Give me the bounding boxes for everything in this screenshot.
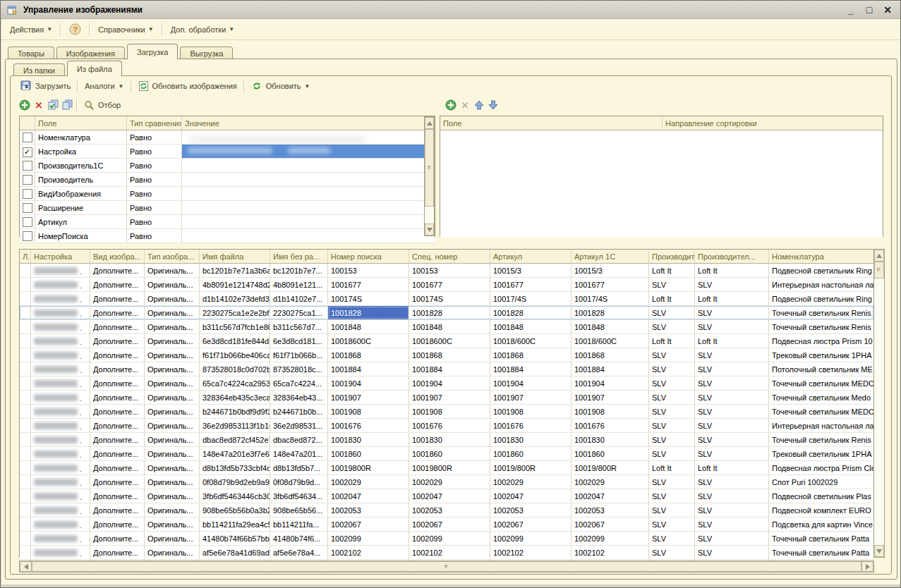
cell-article[interactable]: 1002047 xyxy=(490,489,572,503)
cell-file[interactable]: f61f71b066be406ca3... xyxy=(200,348,270,362)
cell-kind[interactable]: Дополните... xyxy=(90,517,145,531)
cell-line-marker[interactable] xyxy=(20,419,31,432)
cell-type[interactable]: Оригиналь... xyxy=(145,517,200,531)
row-checkbox[interactable] xyxy=(20,173,35,186)
cell-manufacturer-1c[interactable]: SLV xyxy=(695,348,769,362)
cell-article-1c[interactable]: 10015/3 xyxy=(572,264,649,277)
cell-search-num[interactable]: 1002102 xyxy=(328,546,409,559)
column-header-spec-number[interactable]: Спец. номер xyxy=(409,250,490,263)
cell-compare-type[interactable]: Равно xyxy=(127,173,182,186)
cell-manufacturer-1c[interactable]: SLV xyxy=(695,433,769,446)
cell-file-short[interactable]: 148e47a201... xyxy=(270,447,328,460)
cell-article-1c[interactable]: 1002029 xyxy=(572,475,649,489)
cell-kind[interactable]: Дополните... xyxy=(90,391,145,404)
table-row[interactable]: .Дополните...Оригиналь...36e2d9853113f1b… xyxy=(20,419,873,433)
cell-manufacturer[interactable]: SLV xyxy=(649,376,695,390)
filter-row[interactable]: РасширениеРавно xyxy=(20,201,435,215)
cell-file-short[interactable]: 0f08d79b9d... xyxy=(270,475,328,489)
cell-field[interactable]: НомерПоиска xyxy=(35,229,127,243)
cell-file[interactable]: d1b14102e73defd35... xyxy=(200,292,270,305)
column-header-compare[interactable]: Тип сравнения xyxy=(127,116,182,130)
cell-field[interactable]: Настройка xyxy=(35,145,127,158)
table-row[interactable]: .Дополните...Оригиналь...f61f71b066be406… xyxy=(20,348,873,362)
filter-row[interactable]: АртикулРавно xyxy=(20,215,435,229)
sort-grid-body[interactable] xyxy=(440,130,883,238)
cell-article[interactable]: 10018/600C xyxy=(490,334,572,348)
cell-line-marker[interactable] xyxy=(20,264,31,277)
row-checkbox[interactable] xyxy=(20,187,35,200)
cell-line-marker[interactable] xyxy=(20,334,31,348)
cell-kind[interactable]: Дополните... xyxy=(90,447,145,460)
cell-field[interactable]: ВидИзображения xyxy=(35,187,127,200)
cell-search-num[interactable]: 1002029 xyxy=(328,475,409,489)
cell-file-short[interactable]: af5e6e78a4... xyxy=(270,546,328,559)
cell-file[interactable]: b311c567d7fcb1e80... xyxy=(200,320,270,333)
table-row[interactable]: .Дополните...Оригиналь...bc1201b7e71a3b6… xyxy=(20,264,873,278)
cell-file-short[interactable]: 873528018c... xyxy=(270,362,328,376)
cell-compare-type[interactable]: Равно xyxy=(127,187,182,200)
row-checkbox[interactable]: ✓ xyxy=(20,145,35,158)
cell-value[interactable] xyxy=(182,173,435,186)
tab-iz-papki[interactable]: Из папки xyxy=(13,63,65,76)
cell-article-1c[interactable]: 1002102 xyxy=(572,546,649,559)
filter-vertical-scrollbar[interactable] xyxy=(424,116,435,236)
cell-kind[interactable]: Дополните... xyxy=(90,546,145,559)
update-images-button[interactable]: Обновить изображения xyxy=(134,79,241,93)
cell-search-num[interactable]: 1001830 xyxy=(328,433,409,446)
cell-line-marker[interactable] xyxy=(20,376,31,390)
cell-file[interactable]: 6e3d8cd181fe844d8... xyxy=(200,334,270,348)
cell-manufacturer-1c[interactable]: Loft It xyxy=(695,461,769,474)
cell-type[interactable]: Оригиналь... xyxy=(145,391,200,404)
checkbox-unchecked-icon[interactable] xyxy=(23,175,32,185)
cell-manufacturer-1c[interactable]: SLV xyxy=(695,419,769,432)
set-flags-button[interactable] xyxy=(46,98,60,112)
cell-nomenclature[interactable]: Подвесной светильник Ring xyxy=(769,264,873,277)
cell-article-1c[interactable]: 10019/800R xyxy=(572,461,649,474)
cell-manufacturer-1c[interactable]: SLV xyxy=(695,376,769,390)
cell-manufacturer[interactable]: SLV xyxy=(649,419,695,432)
minimize-button[interactable]: _ xyxy=(845,4,857,16)
cell-line-marker[interactable] xyxy=(20,517,31,531)
tab-vygruzka[interactable]: Выгрузка xyxy=(180,47,233,59)
cell-manufacturer-1c[interactable]: SLV xyxy=(695,362,769,376)
cell-spec-num[interactable]: 1002029 xyxy=(409,475,490,489)
cell-article-1c[interactable]: 1001907 xyxy=(572,391,649,404)
cell-setting-redacted[interactable]: . xyxy=(31,362,90,376)
table-row[interactable]: .Дополните...Оригиналь...0f08d79b9d2eb9a… xyxy=(20,475,873,489)
cell-nomenclature[interactable]: Подсветка для картин Vince xyxy=(769,517,873,531)
cell-field[interactable]: Артикул xyxy=(35,215,127,228)
cell-search-num[interactable]: 1001904 xyxy=(328,376,409,390)
cell-article-1c[interactable]: 1001884 xyxy=(572,362,649,376)
cell-nomenclature[interactable]: Трековый светильник 1PHA xyxy=(769,447,873,460)
cell-setting-redacted[interactable]: . xyxy=(31,517,90,531)
scroll-left-button[interactable] xyxy=(20,561,32,572)
scrollbar-thumb[interactable] xyxy=(32,561,861,572)
cell-line-marker[interactable] xyxy=(20,405,31,418)
cell-file-short[interactable]: bb114211fa... xyxy=(270,517,328,531)
cell-value[interactable] xyxy=(182,215,435,228)
column-header-article-1c[interactable]: Артикул 1С xyxy=(572,250,649,263)
cell-search-num[interactable]: 1001860 xyxy=(328,447,409,460)
cell-nomenclature[interactable]: Точечный светильник Patta xyxy=(769,546,873,559)
cell-line-marker[interactable] xyxy=(20,362,31,376)
cell-line-marker[interactable] xyxy=(20,461,31,474)
filter-row[interactable]: ✓НастройкаРавно xyxy=(20,145,435,159)
cell-setting-redacted[interactable]: . xyxy=(31,391,90,404)
cell-article[interactable]: 10017/4S xyxy=(490,292,572,305)
cell-search-num[interactable]: 10018600C xyxy=(328,334,409,348)
scroll-down-button[interactable] xyxy=(874,545,884,557)
cell-file[interactable]: 328364eb435c3eca3... xyxy=(200,391,270,404)
cell-setting-redacted[interactable]: . xyxy=(31,433,90,446)
cell-article[interactable]: 1002029 xyxy=(490,475,572,489)
table-row[interactable]: .Дополните...Оригиналь...dbac8ed872cf452… xyxy=(20,433,873,447)
cell-line-marker[interactable] xyxy=(20,447,31,460)
cell-article-1c[interactable]: 1001828 xyxy=(572,306,649,319)
cell-kind[interactable]: Дополните... xyxy=(90,532,145,545)
cell-line-marker[interactable] xyxy=(20,348,31,362)
table-horizontal-scrollbar[interactable] xyxy=(19,561,874,572)
cell-article[interactable]: 1001676 xyxy=(490,419,572,432)
cell-file[interactable]: 65ca7c4224ca2953e... xyxy=(200,376,270,390)
cell-setting-redacted[interactable]: . xyxy=(31,532,90,545)
delete-row-button[interactable]: ✕ xyxy=(32,98,46,112)
cell-search-num[interactable]: 10019800R xyxy=(328,461,409,474)
